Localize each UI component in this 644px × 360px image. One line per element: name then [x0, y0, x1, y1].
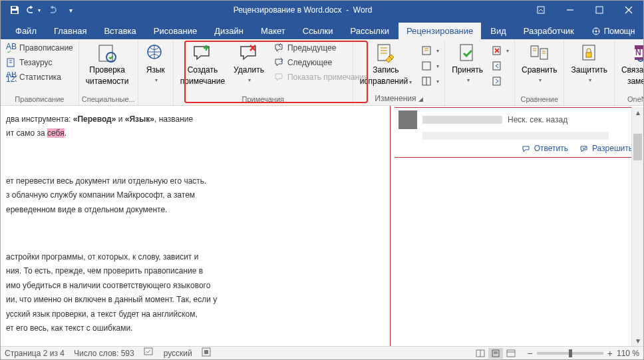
compare-button[interactable]: Сравнить▾ — [518, 41, 561, 85]
reject-button[interactable]: ▾ — [489, 44, 512, 57]
thesaurus-button[interactable]: Тезаурус — [3, 56, 76, 69]
reviewing-pane-button[interactable]: ▾ — [419, 75, 442, 88]
scroll-up-icon[interactable]: ▴ — [632, 107, 643, 118]
comment-text — [422, 132, 609, 140]
group-protect: Защитить▾ — [564, 39, 614, 105]
linked-notes-button[interactable]: N Связанныезаметки — [617, 41, 644, 88]
delete-comment-button[interactable]: Удалить▾ — [230, 41, 268, 85]
tab-review[interactable]: Рецензирование — [399, 23, 481, 39]
doc-text: два инструмента: «Перевод» и «Язык», наз… — [6, 114, 383, 125]
zoom-in-button[interactable]: + — [607, 348, 613, 359]
doc-text: ет перевести весь документ или отдельную… — [6, 176, 383, 187]
svg-rect-21 — [531, 46, 538, 57]
tab-mailings[interactable]: Рассылки — [343, 23, 397, 39]
zoom-out-button[interactable]: − — [528, 348, 533, 359]
language-button[interactable]: Язык▾ — [141, 41, 170, 85]
qat-customize-button[interactable]: ▾ — [62, 1, 79, 19]
language-indicator[interactable]: русский — [164, 349, 192, 358]
tab-layout[interactable]: Макет — [253, 23, 293, 39]
close-button[interactable] — [614, 1, 643, 19]
title-bar: ▾ ▾ Рецензирование в Word.docx - Word — [1, 1, 643, 19]
tell-me-button[interactable]: Помощн — [583, 23, 643, 39]
doc-text: ет его весь, как текст с ошибками. — [6, 323, 383, 334]
svg-rect-22 — [540, 49, 548, 59]
protect-button[interactable]: Защитить▾ — [567, 41, 611, 85]
maximize-button[interactable] — [585, 1, 614, 19]
comment-card[interactable]: Неск. сек. назад Ответить Разрешить — [395, 107, 643, 158]
tab-references[interactable]: Ссылки — [295, 23, 341, 39]
spelling-button[interactable]: ABCПравописание — [3, 41, 76, 55]
tab-developer[interactable]: Разработчик — [516, 23, 582, 39]
comment-timestamp: Неск. сек. назад — [508, 115, 567, 124]
window-controls — [526, 1, 643, 19]
tab-drawing[interactable]: Рисование — [146, 23, 205, 39]
minimize-button[interactable] — [556, 1, 585, 19]
comments-pane: Неск. сек. назад Ответить Разрешить ▴ ▾ — [391, 106, 643, 346]
svg-rect-0 — [538, 7, 544, 13]
group-onenote: N Связанныезаметки OneNote — [615, 39, 644, 105]
page-indicator[interactable]: Страница 2 из 4 — [5, 349, 65, 358]
next-change-button[interactable] — [489, 75, 512, 88]
group-label-onenote: OneNote — [617, 94, 644, 105]
new-comment-button[interactable]: Создатьпримечание — [176, 41, 229, 88]
group-label-protect — [567, 94, 611, 105]
svg-rect-20 — [493, 77, 500, 85]
document-body[interactable]: два инструмента: «Перевод» и «Язык», наз… — [1, 106, 391, 346]
tab-file[interactable]: Файл — [7, 23, 45, 39]
doc-text: ии, что именно он включен в данный момен… — [6, 294, 383, 305]
group-proofing: ABCПравописание Тезаурус ABC123Статистик… — [1, 39, 79, 105]
zoom-slider[interactable] — [537, 352, 603, 355]
previous-change-button[interactable] — [489, 59, 512, 73]
group-label-comments: Примечания — [176, 94, 350, 105]
tab-view[interactable]: Вид — [482, 23, 514, 39]
tab-design[interactable]: Дизайн — [206, 23, 251, 39]
check-accessibility-button[interactable]: Проверкачитаемости — [82, 41, 133, 88]
web-layout-button[interactable] — [504, 348, 518, 359]
scroll-down-icon[interactable]: ▾ — [632, 335, 643, 346]
scrollbar-thumb[interactable] — [633, 134, 642, 160]
tab-insert[interactable]: Вставка — [96, 23, 144, 39]
macro-indicator[interactable] — [202, 347, 211, 359]
doc-text: ит само за себя. — [6, 128, 383, 139]
word-count-button[interactable]: ABC123Статистика — [3, 71, 76, 84]
reply-button[interactable]: Ответить — [522, 144, 568, 153]
svg-rect-28 — [144, 348, 152, 355]
save-button[interactable] — [6, 1, 23, 19]
view-buttons — [473, 348, 518, 359]
word-count[interactable]: Число слов: 593 — [74, 349, 134, 358]
spell-check-icon[interactable] — [144, 347, 154, 359]
svg-rect-19 — [493, 62, 500, 70]
read-mode-button[interactable] — [473, 348, 488, 359]
document-area: два инструмента: «Перевод» и «Язык», наз… — [1, 106, 643, 346]
undo-button[interactable]: ▾ — [25, 1, 42, 19]
print-layout-button[interactable] — [488, 348, 503, 359]
doc-text: з облачную службу компании Майкрософт, а… — [6, 190, 383, 201]
group-compare: Сравнить▾ Сравнение — [515, 39, 564, 105]
zoom-handle[interactable] — [569, 349, 572, 357]
doc-text: астройки программы, от которых, к слову,… — [6, 252, 383, 263]
show-markup-button[interactable]: ▾ — [419, 59, 442, 73]
group-label-compare: Сравнение — [518, 94, 561, 105]
group-label-tracking: Изменения ◢ — [356, 92, 442, 105]
ribbon-options-button[interactable] — [526, 1, 556, 19]
zoom-level[interactable]: 110 % — [617, 349, 639, 358]
doc-text: усский язык проверки, а текст будет на а… — [6, 309, 383, 320]
tab-home[interactable]: Главная — [46, 23, 94, 39]
resolve-button[interactable]: Разрешить — [580, 144, 633, 153]
accept-button[interactable]: Принять▾ — [448, 41, 487, 85]
redo-button[interactable] — [43, 1, 61, 19]
avatar — [399, 110, 417, 129]
group-language: Язык▾ — [138, 39, 174, 105]
group-accessibility: Проверкачитаемости Специальные... — [79, 39, 138, 105]
vertical-scrollbar[interactable]: ▴ ▾ — [631, 107, 643, 346]
track-changes-button[interactable]: Записьисправлений▾ — [356, 41, 416, 88]
svg-rect-24 — [586, 53, 591, 57]
group-tracking: Записьисправлений▾ ▾ ▾ ▾ Изменения ◢ — [353, 39, 445, 105]
group-comments: Создатьпримечание Удалить▾ Предыдущее Сл… — [174, 39, 353, 105]
display-for-review-button[interactable]: ▾ — [419, 44, 442, 57]
svg-rect-36 — [507, 350, 515, 357]
group-label-proofing: Правописание — [3, 94, 76, 105]
svg-point-4 — [595, 31, 597, 33]
doc-text: имо убедиться в наличии соответствующего… — [6, 280, 383, 291]
window-title: Рецензирование в Word.docx - Word — [79, 5, 526, 15]
